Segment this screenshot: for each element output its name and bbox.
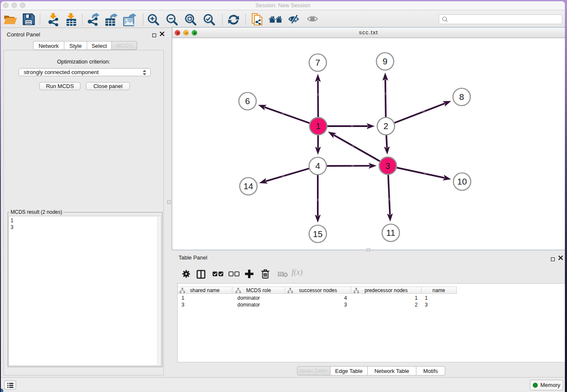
svg-text:11: 11 [386, 228, 395, 237]
svg-text:9: 9 [383, 56, 387, 66]
svg-text:7: 7 [315, 58, 320, 67]
svg-text:10: 10 [457, 177, 467, 186]
svg-text:2: 2 [383, 121, 388, 131]
svg-text:4: 4 [315, 161, 320, 171]
svg-text:1: 1 [316, 121, 320, 131]
svg-text:14: 14 [244, 181, 253, 191]
svg-text:8: 8 [459, 92, 464, 102]
svg-text:15: 15 [313, 229, 323, 239]
svg-text:3: 3 [385, 161, 390, 171]
svg-text:6: 6 [245, 96, 250, 106]
